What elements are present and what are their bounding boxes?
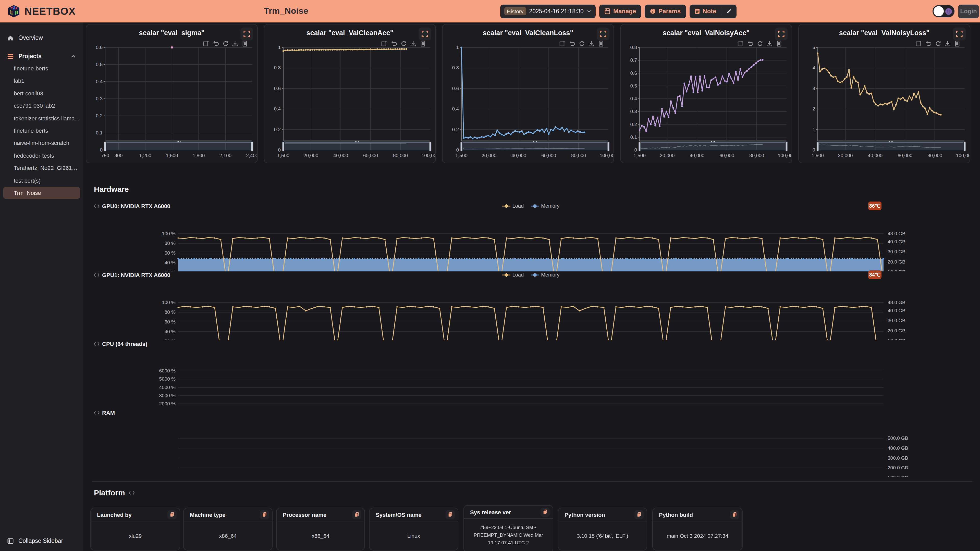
svg-text:5: 5 [812, 44, 815, 50]
datazoom-band[interactable] [818, 143, 965, 150]
svg-text:40 %: 40 % [165, 329, 176, 334]
svg-text:0: 0 [456, 147, 459, 152]
zoom-tool-button[interactable] [381, 40, 387, 47]
note-button[interactable]: Note [689, 4, 721, 18]
restore-tool-button[interactable] [222, 40, 229, 47]
zoom-tool-button[interactable] [737, 40, 744, 47]
download-icon [588, 40, 595, 47]
platform-card-title: Machine type [190, 511, 260, 518]
chart-toolbox [915, 40, 961, 47]
datazoom-handle[interactable] [104, 141, 107, 151]
copy-icon [636, 512, 642, 517]
copy-button[interactable] [541, 507, 550, 516]
svg-text:1,500: 1,500 [811, 153, 824, 158]
svg-text:100 %: 100 % [162, 300, 176, 305]
restore-tool-button[interactable] [756, 40, 763, 47]
datazoom-handle[interactable] [964, 141, 966, 151]
platform-card-header: Python version [558, 508, 647, 521]
undo-tool-button[interactable] [212, 40, 219, 47]
zoom-tool-button[interactable] [915, 40, 922, 47]
hardware-chart-cpu[interactable]: 0 %1000 %2000 %3000 %4000 %5000 %6000 %0… [153, 344, 919, 410]
sidebar-item-project[interactable]: lab1 [0, 75, 80, 87]
sidebar-item-project[interactable]: Trm_Noise [3, 187, 80, 199]
sidebar-item-project[interactable]: naive-llm-from-scratch [0, 137, 80, 149]
undo-tool-button[interactable] [569, 40, 575, 47]
edit-note-button[interactable] [721, 4, 737, 18]
datazoom-handle[interactable] [608, 141, 610, 151]
svg-text:20,000: 20,000 [482, 153, 496, 158]
download-tool-button[interactable] [766, 40, 773, 47]
sidebar-item-project[interactable]: bert-conll03 [0, 87, 80, 100]
svg-text:0.5: 0.5 [630, 83, 637, 89]
copy-icon [732, 512, 737, 517]
hardware-chart-gpu1[interactable]: 0 %20 %40 %60 %80 %100 %48.0 GB40.0 GB30… [153, 276, 919, 340]
copy-button[interactable] [167, 510, 177, 519]
scalar-charts-row: scalar "eval_sigma"00.10.20.30.40.50.675… [86, 24, 970, 163]
svg-text:0.2: 0.2 [630, 122, 637, 127]
svg-text:1: 1 [278, 44, 281, 50]
download-tool-button[interactable] [410, 40, 417, 47]
code-icon [94, 272, 100, 278]
datazoom-handle[interactable] [638, 141, 641, 151]
svg-text:6000 %: 6000 % [159, 368, 176, 373]
download-tool-button[interactable] [944, 40, 951, 47]
data-view-tool-button[interactable] [598, 40, 605, 47]
datazoom-handle[interactable] [251, 141, 253, 151]
platform-card: Sys release ver#59~22.04.1-Ubuntu SMP PR… [463, 505, 553, 551]
data-view-tool-button[interactable] [242, 40, 248, 47]
history-select[interactable]: History 2025-04-16 21:18:30 [500, 4, 596, 18]
sidebar-item-project[interactable]: finetune-berts [0, 62, 80, 75]
svg-text:20.0 GB: 20.0 GB [888, 328, 905, 333]
copy-button[interactable] [730, 510, 739, 519]
copy-button[interactable] [352, 510, 361, 519]
svg-text:40,000: 40,000 [333, 153, 348, 158]
svg-text:100,000: 100,000 [600, 153, 614, 158]
theme-toggle[interactable] [932, 5, 955, 17]
restore-tool-button[interactable] [578, 40, 585, 47]
restore-tool-button[interactable] [935, 40, 941, 47]
data-view-tool-button[interactable] [420, 40, 426, 47]
undo-tool-button[interactable] [747, 40, 753, 47]
copy-button[interactable] [635, 510, 644, 519]
datazoom-handle[interactable] [282, 141, 285, 151]
download-icon [766, 40, 773, 47]
data-view-tool-button[interactable] [776, 40, 783, 47]
sidebar-item-overview[interactable]: Overview [0, 32, 83, 44]
collapse-sidebar-button[interactable]: Collapse Sidebar [0, 535, 63, 547]
undo-icon [569, 40, 575, 47]
restore-tool-button[interactable] [400, 40, 407, 47]
sidebar-group-label: Projects [18, 53, 41, 59]
note-icon [694, 8, 700, 14]
download-tool-button[interactable] [588, 40, 595, 47]
params-button[interactable]: Params [645, 4, 686, 18]
datazoom-handle[interactable] [786, 141, 788, 151]
zoom-tool-button[interactable] [203, 40, 209, 47]
hardware-chart-ram[interactable]: 500.0 GB400.0 GB300.0 GB200.0 GB100.0 GB… [153, 413, 919, 477]
sidebar-item-project[interactable]: tokenizer statistics llama... [0, 112, 80, 124]
manage-button[interactable]: Manage [600, 4, 641, 18]
sidebar-item-project[interactable]: Terahertz_No22_Gl261_gl... [0, 162, 80, 174]
svg-text:20,000: 20,000 [838, 153, 853, 158]
sidebar-item-project[interactable]: test bert(s) [0, 174, 80, 187]
copy-button[interactable] [260, 510, 269, 519]
sidebar-group-projects[interactable]: Projects [0, 50, 83, 62]
datazoom-handle[interactable] [460, 141, 463, 151]
hardware-chart-gpu0[interactable]: 0 %20 %40 %60 %80 %100 %48.0 GB40.0 GB30… [153, 207, 919, 272]
sidebar-item-project[interactable]: csc791-030 lab2 [0, 100, 80, 112]
platform-card-value: main Oct 3 2024 07:27:34 [653, 521, 742, 550]
sidebar-item-project[interactable]: hedecoder-tests [0, 149, 80, 162]
zoom-tool-button[interactable] [559, 40, 566, 47]
svg-text:10.0 GB: 10.0 GB [888, 269, 905, 272]
datazoom-band[interactable] [105, 143, 252, 150]
undo-tool-button[interactable] [925, 40, 932, 47]
copy-button[interactable] [445, 510, 455, 519]
datazoom-handle[interactable] [817, 141, 819, 151]
datazoom-band[interactable] [640, 143, 787, 150]
sidebar-item-project[interactable]: finetune-berts [0, 124, 80, 137]
download-tool-button[interactable] [232, 40, 239, 47]
login-button[interactable]: Login [958, 4, 979, 18]
datazoom-handle[interactable] [429, 141, 431, 151]
data-view-tool-button[interactable] [954, 40, 961, 47]
undo-tool-button[interactable] [390, 40, 397, 47]
top-bar: NEETBOX Trm_Noise History 2025-04-16 21:… [0, 0, 980, 22]
